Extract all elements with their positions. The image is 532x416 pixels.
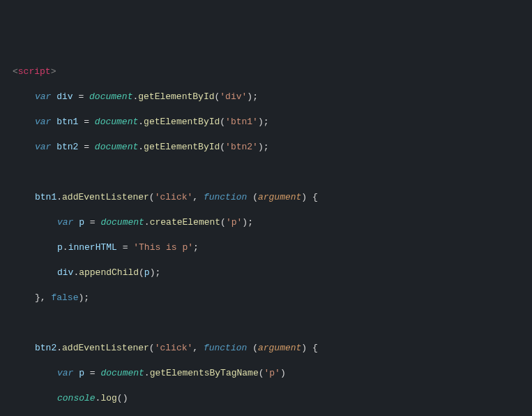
method-log: log <box>100 393 116 403</box>
semi: ; <box>193 242 199 253</box>
op-eq: = <box>84 217 100 228</box>
lparen: ( <box>149 343 155 353</box>
var-btn2: btn2 <box>56 142 78 152</box>
code-line: div.appendChild(p); <box>13 267 532 279</box>
lparen: ( <box>252 192 258 202</box>
blank-line <box>13 317 532 329</box>
method-getbyid: getElementById <box>144 142 220 152</box>
str-btn1: 'btn1' <box>225 117 258 127</box>
var-div: div <box>56 91 73 102</box>
semi: ; <box>155 267 160 278</box>
op-eq: = <box>73 91 89 102</box>
lparen: ( <box>259 368 264 378</box>
obj-document: document <box>89 91 132 102</box>
param-argument: argument <box>258 192 301 202</box>
tag-bracket: < <box>13 66 18 77</box>
rparen: ) <box>247 91 252 102</box>
semi: ; <box>264 117 269 127</box>
method-addevent: addEventListener <box>62 343 149 353</box>
keyword-function: function <box>204 343 247 353</box>
method-addevent: addEventListener <box>62 192 149 202</box>
rparen: ) <box>301 343 307 353</box>
lparen: ( <box>220 217 226 228</box>
comma: , <box>40 292 52 303</box>
method-createel: createElement <box>150 217 220 228</box>
prop-innerhtml: innerHTML <box>68 242 117 253</box>
var-p: p <box>79 368 84 378</box>
str-click: 'click' <box>155 192 193 202</box>
lbrace: { <box>312 343 318 353</box>
code-line: <script> <box>13 66 532 78</box>
obj-console: console <box>57 393 96 403</box>
dot: . <box>138 117 144 127</box>
dot: . <box>63 242 68 253</box>
code-line: var p = document.createElement('p'); <box>13 216 532 229</box>
rparen: ) <box>258 142 264 152</box>
semi: ; <box>84 292 89 303</box>
code-editor[interactable]: <script> var div = document.getElementBy… <box>0 50 532 416</box>
obj-document: document <box>100 217 144 228</box>
var-p: p <box>79 217 84 228</box>
dot: . <box>56 192 62 202</box>
dot: . <box>56 343 62 353</box>
rparen: ) <box>242 217 248 228</box>
code-line: console.log() <box>13 392 532 405</box>
method-getbyid: getElementById <box>144 117 220 127</box>
keyword-function: function <box>204 192 247 202</box>
method-getbytag: getElementsByTagName <box>150 368 259 378</box>
keyword-var: var <box>35 142 51 152</box>
tag-bracket: > <box>51 66 56 77</box>
dot: . <box>144 368 150 378</box>
obj-document: document <box>100 368 144 378</box>
dot: . <box>138 142 144 152</box>
op-eq: = <box>78 117 94 127</box>
var-btn2: btn2 <box>35 343 56 353</box>
var-btn1: btn1 <box>35 192 56 202</box>
dot: . <box>144 217 150 228</box>
str-p: 'p' <box>264 368 280 378</box>
code-line: }, false); <box>13 292 532 304</box>
semi: ; <box>264 142 269 152</box>
str-p: 'p' <box>226 217 242 228</box>
obj-document: document <box>95 117 138 127</box>
var-p: p <box>57 242 63 253</box>
comma: , <box>192 343 204 353</box>
blank-line <box>13 166 532 179</box>
lparen: ( <box>139 267 144 278</box>
code-line: var btn2 = document.getElementById('btn2… <box>13 141 532 154</box>
method-appendchild: appendChild <box>79 267 139 278</box>
lparen: ( <box>252 343 258 353</box>
semi: ; <box>248 217 253 228</box>
rparen: ) <box>301 192 307 202</box>
op-eq: = <box>78 142 94 152</box>
obj-document: document <box>95 142 138 152</box>
lparen: ( <box>220 142 225 152</box>
param-argument: argument <box>258 343 301 353</box>
lparen: ( <box>117 393 123 403</box>
code-line: p.innerHTML = 'This is p'; <box>13 242 532 254</box>
const-false: false <box>51 292 78 303</box>
keyword-var: var <box>57 368 73 378</box>
str-div: 'div' <box>220 91 247 102</box>
code-line: btn2.addEventListener('click', function … <box>13 342 532 355</box>
keyword-var: var <box>57 217 73 228</box>
keyword-var: var <box>35 91 51 102</box>
code-line: var p = document.getElementsByTagName('p… <box>13 367 532 380</box>
lparen: ( <box>220 117 225 127</box>
code-line: btn1.addEventListener('click', function … <box>13 191 532 204</box>
keyword-var: var <box>35 117 51 127</box>
op-eq: = <box>117 242 133 253</box>
rparen: ) <box>258 117 264 127</box>
lbrace: { <box>312 192 318 202</box>
tag-name: script <box>18 66 51 77</box>
code-line: var btn1 = document.getElementById('btn1… <box>13 116 532 128</box>
semi: ; <box>252 91 258 102</box>
var-p: p <box>144 267 150 278</box>
code-line: var div = document.getElementById('div')… <box>13 91 532 103</box>
comma: , <box>192 192 204 202</box>
var-btn1: btn1 <box>56 117 78 127</box>
str-click: 'click' <box>155 343 193 353</box>
str-btn2: 'btn2' <box>225 142 258 152</box>
op-eq: = <box>84 368 100 378</box>
method-getbyid: getElementById <box>138 91 214 102</box>
